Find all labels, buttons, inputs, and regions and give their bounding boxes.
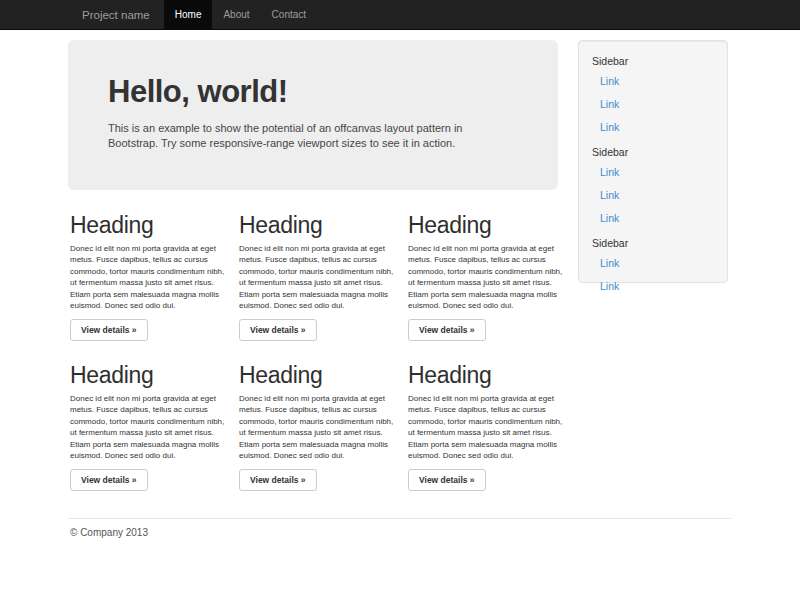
sidebar-link[interactable]: Link	[579, 207, 727, 230]
page-title: Hello, world!	[108, 76, 518, 109]
jumbotron-description: This is an example to show the potential…	[108, 121, 514, 151]
card: Heading Donec id elit non mi porta gravi…	[70, 363, 226, 491]
sidebar-link[interactable]: Link	[579, 275, 727, 298]
card-row-2: Heading Donec id elit non mi porta gravi…	[70, 363, 564, 491]
sidebar-link[interactable]: Link	[579, 161, 727, 184]
card-heading: Heading	[239, 363, 395, 387]
view-details-button[interactable]: View details »	[239, 469, 317, 491]
card-heading: Heading	[408, 363, 564, 387]
card-body-text: Donec id elit non mi porta gravida at eg…	[408, 393, 563, 461]
sidebar: Sidebar Link Link Link Sidebar Link Link…	[578, 40, 728, 283]
view-details-button[interactable]: View details »	[408, 319, 486, 341]
sidebar-group-title: Sidebar	[579, 139, 727, 161]
card: Heading Donec id elit non mi porta gravi…	[70, 213, 226, 341]
view-details-button[interactable]: View details »	[239, 319, 317, 341]
card: Heading Donec id elit non mi porta gravi…	[239, 363, 395, 491]
card: Heading Donec id elit non mi porta gravi…	[408, 213, 564, 341]
sidebar-link[interactable]: Link	[579, 93, 727, 116]
card-heading: Heading	[408, 213, 564, 237]
nav-item-contact[interactable]: Contact	[261, 0, 317, 29]
nav-item-about[interactable]: About	[212, 0, 260, 29]
nav-item-home[interactable]: Home	[164, 0, 213, 29]
sidebar-link[interactable]: Link	[579, 252, 727, 275]
card-heading: Heading	[70, 213, 226, 237]
card-heading: Heading	[70, 363, 226, 387]
view-details-button[interactable]: View details »	[70, 319, 148, 341]
card-body-text: Donec id elit non mi porta gravida at eg…	[70, 243, 225, 311]
copyright-text: © Company 2013	[70, 527, 148, 538]
footer-divider	[68, 518, 731, 519]
sidebar-link[interactable]: Link	[579, 116, 727, 139]
sidebar-group-title: Sidebar	[579, 48, 727, 70]
card: Heading Donec id elit non mi porta gravi…	[239, 213, 395, 341]
view-details-button[interactable]: View details »	[70, 469, 148, 491]
card-body-text: Donec id elit non mi porta gravida at eg…	[239, 243, 394, 311]
sidebar-group: Sidebar Link Link	[579, 230, 727, 298]
card-body-text: Donec id elit non mi porta gravida at eg…	[408, 243, 563, 311]
card-body-text: Donec id elit non mi porta gravida at eg…	[70, 393, 225, 461]
card-body-text: Donec id elit non mi porta gravida at eg…	[239, 393, 394, 461]
brand-link[interactable]: Project name	[68, 0, 164, 29]
sidebar-group: Sidebar Link Link Link	[579, 139, 727, 230]
sidebar-group-title: Sidebar	[579, 230, 727, 252]
navbar: Project name Home About Contact	[0, 0, 800, 30]
sidebar-group: Sidebar Link Link Link	[579, 48, 727, 139]
sidebar-link[interactable]: Link	[579, 70, 727, 93]
sidebar-link[interactable]: Link	[579, 184, 727, 207]
card-row-1: Heading Donec id elit non mi porta gravi…	[70, 213, 564, 341]
card: Heading Donec id elit non mi porta gravi…	[408, 363, 564, 491]
navbar-inner: Project name Home About Contact	[68, 0, 317, 29]
nav-items: Home About Contact	[164, 0, 317, 29]
jumbotron: Hello, world! This is an example to show…	[68, 40, 558, 190]
card-heading: Heading	[239, 213, 395, 237]
view-details-button[interactable]: View details »	[408, 469, 486, 491]
